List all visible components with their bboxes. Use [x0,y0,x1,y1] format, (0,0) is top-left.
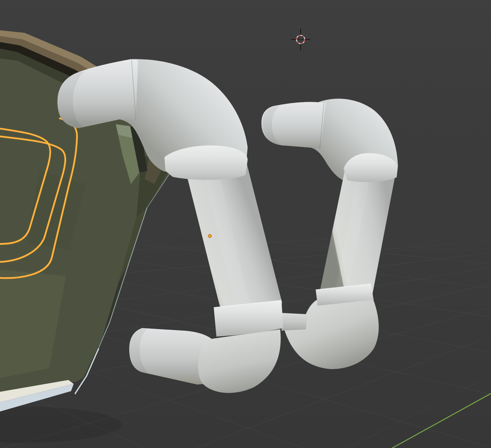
object-origin-dot [208,234,211,238]
small-pipe-end-stub [282,313,307,331]
viewport-3d[interactable] [0,0,491,448]
large-pipe-top-collar [164,145,248,180]
